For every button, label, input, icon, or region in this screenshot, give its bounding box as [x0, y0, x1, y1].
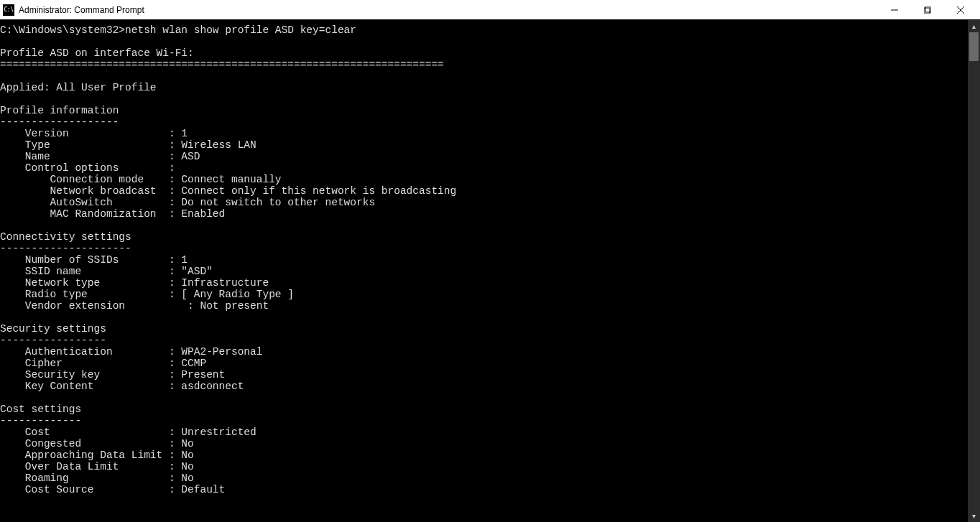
scroll-down-icon[interactable]: ▾ [968, 510, 980, 522]
titlebar: C:\ Administrator: Command Prompt [0, 0, 980, 20]
close-button[interactable] [944, 0, 977, 20]
svg-rect-2 [925, 6, 931, 12]
scroll-thumb[interactable] [969, 32, 979, 61]
minimize-button[interactable] [878, 0, 911, 20]
maximize-button[interactable] [911, 0, 944, 20]
terminal-output[interactable]: C:\Windows\system32>netsh wlan show prof… [0, 20, 968, 522]
scrollbar[interactable]: ▴ ▾ [968, 20, 980, 522]
svg-rect-1 [924, 8, 930, 14]
window-title: Administrator: Command Prompt [19, 5, 144, 15]
scroll-up-icon[interactable]: ▴ [968, 20, 980, 32]
window-controls [878, 0, 977, 19]
cmd-icon: C:\ [3, 4, 14, 16]
